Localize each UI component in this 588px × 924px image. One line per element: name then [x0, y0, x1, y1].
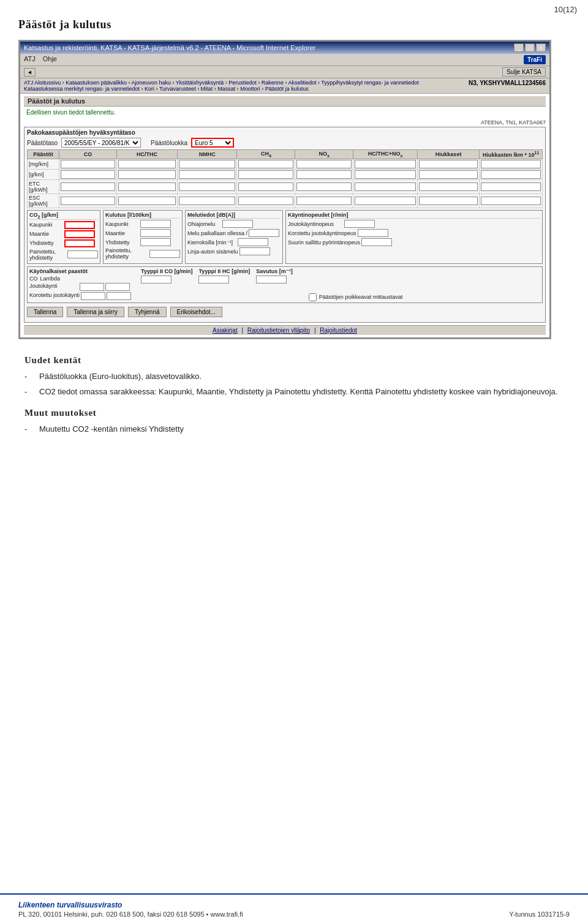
kulutus-maantie-input[interactable] — [140, 229, 171, 237]
footer-contact: PL 320, 00101 Helsinki, puh. 020 618 500… — [18, 911, 243, 918]
kp-tyyppiII-co-input[interactable] — [141, 276, 172, 284]
kulutus-section: Kulutus [l/100km] Kaupunki Maantie Yhdis… — [103, 210, 183, 264]
input-nmhc-gkm[interactable] — [179, 170, 235, 179]
melu-linja-input[interactable] — [239, 247, 270, 255]
tallenna-siirry-btn[interactable]: Tallenna ja siirry — [67, 307, 124, 317]
input-co-gkm[interactable] — [61, 170, 115, 179]
input-co-etc[interactable] — [61, 182, 115, 191]
input-hcthc-esc[interactable] — [118, 197, 176, 205]
kp-jouto-lambda-input[interactable] — [105, 283, 130, 291]
dash-1: - — [24, 370, 33, 383]
breadcrumb-line2: Kataastuksessa merkityt rengas- ja vanne… — [24, 86, 546, 92]
input-hcthcnox-etc[interactable] — [355, 182, 416, 191]
footer-left: Liikenteen turvallisuusvirasto PL 320, 0… — [18, 901, 243, 918]
melu-kierr-input[interactable] — [238, 238, 268, 246]
bottom-sections: CO2 [g/km] Kaupunki Maantie Yhdistetty — [27, 210, 543, 264]
input-hiukk-mgkm[interactable] — [419, 160, 478, 168]
menu-atj[interactable]: ATJ — [24, 55, 36, 64]
kp-korotettu-lambda-input[interactable] — [107, 292, 131, 300]
paako-title: Pakokaasupäästöjen hyväksyntätaso — [27, 129, 543, 136]
tyhjenna-btn[interactable]: Tyhjennä — [128, 307, 167, 317]
paastotaso-select[interactable]: 2005/55/EY - 2006/81/K — [61, 138, 141, 148]
kulutus-row-maantie: Maantie — [105, 229, 180, 237]
input-hcthcnox-mgkm[interactable] — [355, 160, 416, 168]
melu-paikallaan-input[interactable] — [249, 229, 279, 237]
kulutus-yhdistetty-label: Yhdistetty — [105, 239, 139, 246]
nav-asiakirjat[interactable]: Asiakirjat — [213, 327, 238, 334]
kulutus-kaupunki-label: Kaupunki — [105, 221, 139, 227]
erikoisehdot-btn[interactable]: Erikoisehdot... — [170, 307, 222, 317]
input-hcthcnox-gkm[interactable] — [355, 170, 416, 179]
input-ch4-etc[interactable] — [238, 182, 293, 191]
nav-rajoitustietojen[interactable]: Rajoitustietojen ylläpito — [247, 327, 310, 334]
input-hiukklkm-esc[interactable] — [481, 197, 541, 205]
kaytino-korotettu-input[interactable] — [358, 229, 388, 237]
input-hiukk-esc[interactable] — [419, 197, 478, 205]
kulutus-row-kaupunki: Kaupunki — [105, 220, 180, 228]
vehicle-id: N3, YKSHYVMALL1234566 — [469, 80, 546, 86]
uudet-item-1-text: Päästöluokka (Euro-luokitus), alasvetova… — [39, 370, 202, 383]
input-hiukklkm-gkm[interactable] — [481, 170, 541, 179]
input-hiukklkm-mgkm[interactable] — [481, 160, 541, 168]
poikkeaa-checkbox[interactable] — [309, 293, 317, 301]
input-ch4-gkm[interactable] — [238, 170, 293, 179]
input-nox-esc[interactable] — [296, 197, 352, 205]
co2-yhdistetty-label: Yhdistetty — [29, 240, 63, 246]
kulutus-kaupunki-input[interactable] — [140, 220, 171, 228]
melu-kierr-label: Kierroksilla [min⁻¹] — [187, 239, 236, 246]
input-nox-mgkm[interactable] — [296, 160, 352, 168]
input-hcthc-gkm[interactable] — [118, 170, 176, 179]
muut-muutokset-section: Muut muutokset - Muutettu CO2 -kentän ni… — [24, 408, 564, 435]
action-buttons: Tallenna Tallenna ja siirry Tyhjennä Eri… — [27, 305, 543, 319]
input-hcthc-mgkm[interactable] — [118, 160, 176, 168]
input-nmhc-esc[interactable] — [179, 197, 235, 205]
co2-painotettu-input[interactable] — [67, 250, 98, 258]
maximize-btn[interactable]: □ — [525, 43, 535, 52]
footer: Liikenteen turvallisuusvirasto PL 320, 0… — [0, 893, 588, 924]
input-hiukk-gkm[interactable] — [419, 170, 478, 179]
co2-row-painotettu: Painotettu, yhdistetty — [29, 249, 98, 261]
browser-title: Katsastus ja rekisteröinti, KATSA - KATS… — [24, 44, 315, 51]
melu-row-kierr: Kierroksilla [min⁻¹] — [187, 238, 281, 246]
form-page-title: Päästöt ja kulutus — [24, 96, 546, 107]
page-number: 10(12) — [554, 5, 577, 14]
kp-tyyppiII-hc-input[interactable] — [198, 276, 229, 284]
paastoluokka-select[interactable]: Euro 5 — [191, 138, 234, 148]
input-nox-etc[interactable] — [296, 182, 352, 191]
input-nmhc-mgkm[interactable] — [179, 160, 235, 168]
input-nox-gkm[interactable] — [296, 170, 352, 179]
melu-row-linja: Linja-auton sisämelu — [187, 247, 281, 255]
minimize-btn[interactable]: _ — [514, 43, 524, 52]
kp-savutus-input[interactable] — [256, 276, 287, 284]
kulutus-yhdistetty-input[interactable] — [140, 238, 171, 246]
co2-kaupunki-input[interactable] — [64, 221, 95, 229]
kaytino-row-korotettu: Korotettu joutokäyntinopeus — [288, 229, 540, 237]
back-btn[interactable]: ◄ — [24, 68, 36, 77]
input-hiukklkm-etc[interactable] — [481, 182, 541, 191]
close-katsa-btn[interactable]: Sulje KATSA — [502, 67, 546, 77]
input-hcthcnox-esc[interactable] — [355, 197, 416, 205]
tallenna-btn[interactable]: Tallenna — [27, 307, 63, 317]
emissions-table: Päästöt CO HC/THC NMHC CH4 NOx HC/THC+NO… — [27, 149, 543, 208]
kp-korotettu-co-input[interactable] — [81, 292, 105, 300]
input-hcthc-etc[interactable] — [118, 182, 176, 191]
input-hiukk-etc[interactable] — [419, 182, 478, 191]
input-nmhc-etc[interactable] — [179, 182, 235, 191]
co2-yhdistetty-input[interactable] — [64, 239, 95, 247]
melu-ohiajo-input[interactable] — [222, 220, 253, 228]
kp-row-korotettu: Korotettu joutokäynti — [29, 292, 131, 300]
dash-3: - — [24, 423, 33, 435]
co2-maantie-input[interactable] — [64, 230, 95, 238]
input-co-mgkm[interactable] — [61, 160, 115, 168]
kulutus-painotettu-input[interactable] — [149, 250, 180, 258]
nav-rajoitustiedot[interactable]: Rajoitustiedot — [320, 327, 357, 334]
kp-jouto-co-input[interactable] — [80, 283, 104, 291]
close-window-btn[interactable]: × — [536, 43, 546, 52]
menu-ohje[interactable]: Ohje — [43, 55, 57, 64]
input-co-esc[interactable] — [61, 197, 115, 205]
co2-section: CO2 [g/km] Kaupunki Maantie Yhdistetty — [27, 210, 100, 264]
input-ch4-mgkm[interactable] — [238, 160, 293, 168]
kaytino-suurin-input[interactable] — [361, 238, 392, 246]
input-ch4-esc[interactable] — [238, 197, 293, 205]
kaytino-jouto-input[interactable] — [344, 220, 375, 228]
